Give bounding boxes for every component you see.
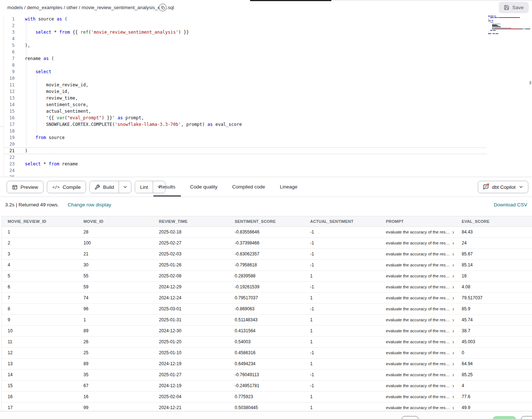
table-cell: -1 [304, 249, 380, 259]
expand-prompt-icon[interactable]: › [453, 295, 454, 300]
expand-prompt-icon[interactable]: › [453, 240, 454, 246]
prompt-cell[interactable]: evaluate the accuracy of the res…› [380, 359, 456, 369]
table-cell: 74 [78, 293, 153, 303]
prompt-preview: evaluate the accuracy of the res… [386, 293, 450, 303]
code-line: select [25, 68, 242, 75]
column-header: PROMPT [380, 216, 456, 227]
preview-button[interactable]: Preview [7, 181, 44, 193]
prompt-cell[interactable]: evaluate the accuracy of the res…› [380, 282, 456, 292]
save-button[interactable]: Save [499, 2, 529, 13]
expand-prompt-icon[interactable]: › [453, 284, 454, 289]
table-cell: 12 [2, 348, 78, 358]
bottom-bar-button[interactable] [402, 416, 418, 419]
download-csv-link[interactable]: Download CSV [494, 202, 527, 207]
prompt-cell[interactable]: evaluate the accuracy of the res…› [380, 326, 456, 336]
table-cell: 2025-02-03 [153, 249, 229, 259]
expand-prompt-icon[interactable]: › [453, 251, 454, 257]
bottom-bar-button[interactable] [521, 416, 532, 419]
table-row: 12252025-01-100.4586316-1evaluate the ac… [2, 348, 532, 359]
prompt-cell[interactable]: evaluate the accuracy of the res…› [380, 304, 456, 314]
tab-code-quality[interactable]: Code quality [189, 177, 218, 197]
code-line [25, 22, 242, 29]
tab-lineage[interactable]: Lineage [279, 177, 298, 197]
expand-prompt-icon[interactable]: › [453, 262, 454, 268]
prompt-cell[interactable]: evaluate the accuracy of the res…› [380, 249, 456, 259]
copy-filename-button[interactable] [159, 4, 167, 11]
table-cell: 0.54003 [229, 337, 304, 347]
prompt-cell[interactable]: evaluate the accuracy of the res…› [380, 348, 456, 358]
table-cell: -1 [304, 348, 380, 358]
code-line [25, 62, 242, 68]
tab-compiled-code[interactable]: Compiled code [231, 177, 266, 197]
copilot-notification-dot [487, 183, 489, 186]
table-cell: 2025-01-26 [153, 260, 229, 270]
lint-button[interactable]: Lint [135, 181, 153, 193]
expand-prompt-icon[interactable]: › [453, 361, 454, 366]
table-cell: 2024-12-29 [153, 282, 229, 292]
prompt-preview: evaluate the accuracy of the res… [386, 392, 450, 402]
build-button[interactable]: Build [90, 181, 119, 193]
expand-prompt-icon[interactable]: › [453, 405, 454, 410]
expand-prompt-icon[interactable]: › [453, 394, 454, 399]
prompt-cell[interactable]: evaluate the accuracy of the res…› [380, 260, 456, 270]
prompt-cell[interactable]: evaluate the accuracy of the res…› [380, 403, 456, 411]
table-cell: 35 [78, 370, 153, 380]
prompt-cell[interactable]: evaluate the accuracy of the res…› [380, 293, 456, 303]
prompt-cell[interactable]: evaluate the accuracy of the res…› [380, 370, 456, 380]
table-cell: 2025-03-01 [153, 304, 229, 314]
compile-button[interactable]: </> Compile [47, 181, 86, 193]
build-label: Build [103, 184, 114, 190]
table-cell: 2024-12-19 [153, 381, 229, 391]
table-cell: 2025-02-04 [153, 392, 229, 402]
table-cell: -1 [304, 304, 380, 314]
expand-prompt-icon[interactable]: › [453, 372, 454, 377]
table-cell: 77.6 [456, 392, 532, 402]
expand-prompt-icon[interactable]: › [453, 273, 454, 278]
table-cell: 17 [2, 403, 78, 411]
tab-results[interactable]: Results [158, 177, 176, 197]
table-cell: 64.94 [456, 359, 532, 369]
prompt-cell[interactable]: evaluate the accuracy of the res…› [380, 227, 456, 237]
bottom-bar-green-pill[interactable] [492, 416, 516, 419]
sql-editor[interactable]: 1234567891011121314151617181920212223242… [0, 15, 532, 177]
expand-prompt-icon[interactable]: › [453, 328, 454, 333]
prompt-cell[interactable]: evaluate the accuracy of the res…› [380, 381, 456, 391]
table-cell: 1 [304, 315, 380, 325]
table-cell: 1 [78, 315, 153, 325]
expand-prompt-icon[interactable]: › [453, 339, 454, 344]
prompt-preview: evaluate the accuracy of the res… [386, 403, 450, 411]
prompt-cell[interactable]: evaluate the accuracy of the res…› [380, 392, 456, 402]
expand-prompt-icon[interactable]: › [453, 350, 454, 355]
expand-prompt-icon[interactable]: › [453, 229, 454, 235]
code-line: movie_id, [25, 88, 242, 95]
expand-prompt-icon[interactable]: › [453, 317, 454, 322]
editor-minimap[interactable] [488, 16, 531, 37]
table-cell: 99 [78, 403, 153, 411]
expand-prompt-icon[interactable]: › [453, 306, 454, 311]
code-line: from source [25, 134, 242, 141]
expand-prompt-icon[interactable]: › [453, 383, 454, 388]
results-tabs: ResultsCode qualityCompiled codeLineage [158, 177, 298, 197]
table-icon [12, 184, 18, 190]
table-row: 15672024-12-19-0.24951781-1evaluate the … [2, 381, 532, 392]
table-row: 17992024-12-210.503804451evaluate the ac… [2, 403, 532, 411]
line-number: 15 [0, 108, 15, 115]
prompt-cell[interactable]: evaluate the accuracy of the res…› [380, 238, 456, 248]
table-cell: 84.43 [456, 227, 532, 237]
table-cell: 0.51148343 [229, 315, 304, 325]
dbt-copilot-button[interactable]: dbt Copilot [478, 181, 528, 193]
editor-scrollbar[interactable] [529, 81, 531, 85]
column-header: SENTIMENT_SCORE [229, 216, 304, 227]
table-cell: 21 [78, 249, 153, 259]
change-row-display-link[interactable]: Change row display [68, 202, 111, 207]
column-header: REVIEW_TIME [153, 216, 229, 227]
prompt-cell[interactable]: evaluate the accuracy of the res…› [380, 315, 456, 325]
build-dropdown-button[interactable] [119, 181, 131, 193]
table-cell: 4.08 [456, 282, 532, 292]
table-cell: 2024-12-19 [153, 359, 229, 369]
prompt-cell[interactable]: evaluate the accuracy of the res…› [380, 271, 456, 281]
code-line [25, 154, 242, 161]
prompt-cell[interactable]: evaluate the accuracy of the res…› [380, 337, 456, 347]
editor-code[interactable]: with source as ( select * from {{ ref('m… [25, 16, 242, 177]
table-header-row: MOVIE_REVIEW_IDMOVIE_IDREVIEW_TIMESENTIM… [2, 216, 532, 227]
